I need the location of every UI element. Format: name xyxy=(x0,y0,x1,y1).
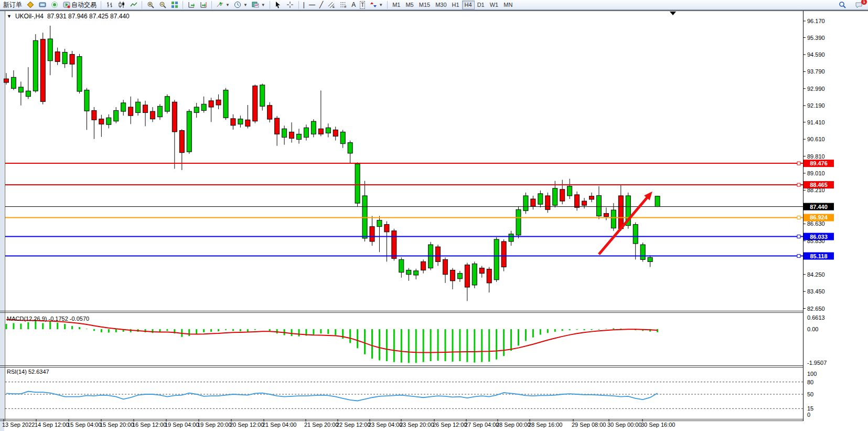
channel-button[interactable]: E xyxy=(325,1,337,9)
chart-title: ▼ UKOil-,H4 87.931 87.946 87.425 87.440 xyxy=(7,13,130,20)
macd-indicator-label: MACD(12,26,9) -0.1752 -0.0570 xyxy=(7,316,89,322)
macd-axis-label: -1.9507 xyxy=(807,360,827,366)
vertical-line-button[interactable]: | xyxy=(301,1,307,9)
timeframe-w1[interactable]: W1 xyxy=(487,1,501,9)
periods-button[interactable]: ▼ xyxy=(232,1,250,9)
toolbar-separator xyxy=(270,1,270,9)
candle xyxy=(33,40,38,91)
rsi-axis-label: 100 xyxy=(807,371,817,377)
chart-ohlc-quote: 87.931 87.946 87.425 87.440 xyxy=(47,13,130,20)
terminal-button[interactable] xyxy=(36,1,48,9)
candle xyxy=(194,107,199,113)
horizontal-line-icon: — xyxy=(309,2,315,8)
candlestick-chart-button[interactable] xyxy=(115,1,127,9)
candle xyxy=(443,259,448,274)
price-tick-label: 94.590 xyxy=(807,51,825,58)
zoom-out-button[interactable] xyxy=(156,1,168,9)
chevron-down-icon: ▼ xyxy=(243,3,248,7)
search-button[interactable] xyxy=(837,1,849,9)
horizontal-line-button[interactable]: — xyxy=(307,1,317,9)
candle xyxy=(223,90,228,118)
price-tick-label: 96.170 xyxy=(807,18,825,24)
zoom-in-button[interactable] xyxy=(144,1,156,9)
templates-button[interactable]: ▼ xyxy=(250,1,267,9)
time-axis-label: 20 Sep 12:00 xyxy=(230,422,264,428)
price-tick-label: 95.390 xyxy=(807,35,825,41)
timeframe-m5[interactable]: M5 xyxy=(403,1,416,9)
tile-windows-button[interactable] xyxy=(168,1,180,9)
timeframe-m15[interactable]: M15 xyxy=(416,1,433,9)
timeframe-mn[interactable]: MN xyxy=(501,1,515,9)
chart-shift-button[interactable] xyxy=(197,1,209,9)
toolbar-separator xyxy=(183,1,183,9)
templates-icon xyxy=(252,1,260,9)
indicators-button[interactable]: ▼ xyxy=(214,1,232,9)
bar-chart-button[interactable] xyxy=(103,1,115,9)
autotrade-button[interactable]: 自动交易 xyxy=(60,1,99,9)
candle xyxy=(531,199,535,206)
line-chart-button[interactable] xyxy=(127,1,140,9)
trendline-button[interactable]: ╱ xyxy=(317,1,325,9)
candle xyxy=(179,131,184,153)
candle xyxy=(253,86,258,121)
terminal-icon xyxy=(38,1,46,9)
candle xyxy=(501,241,506,267)
signal-button[interactable] xyxy=(48,1,60,9)
candle xyxy=(128,107,133,115)
arrows-button[interactable]: ▼ xyxy=(367,1,385,9)
toolbar: 新订单 自动交易 xyxy=(0,0,868,10)
fibonacci-button[interactable]: F xyxy=(337,1,349,9)
time-axis-label: 15 Sep 20:00 xyxy=(100,422,134,428)
autotrade-icon xyxy=(62,1,70,9)
candle xyxy=(26,91,30,97)
candle xyxy=(640,245,645,259)
timeframe-h1[interactable]: H1 xyxy=(449,1,462,9)
new-order-label: 新订单 xyxy=(3,1,22,9)
time-axis-label: 28 Sep 00:00 xyxy=(496,422,530,428)
chevron-down-icon: ▼ xyxy=(226,3,230,7)
rsi-line xyxy=(6,392,658,401)
label-button[interactable]: T xyxy=(358,1,367,9)
price-tick-label: 84.250 xyxy=(807,271,825,278)
candlestick-chart-icon xyxy=(117,1,125,9)
timeframe-m1[interactable]: M1 xyxy=(390,1,403,9)
macd-pane: 0.66130.00-1.9507 xyxy=(6,314,827,366)
zoom-in-icon xyxy=(146,1,154,9)
candle xyxy=(384,225,389,232)
time-axis[interactable]: 13 Sep 202214 Sep 12:0015 Sep 04:0015 Se… xyxy=(2,419,675,428)
candle xyxy=(545,196,550,209)
candle xyxy=(457,274,462,279)
cursor-button[interactable] xyxy=(272,1,284,9)
notifications-button[interactable]: 1 xyxy=(853,1,865,9)
candle xyxy=(297,134,302,139)
candle xyxy=(340,132,345,143)
timeframe-h4[interactable]: H4 xyxy=(462,1,475,9)
candle xyxy=(99,119,104,124)
candle xyxy=(55,52,60,62)
candle xyxy=(267,106,272,119)
rsi-indicator-label: RSI(14) 52.6347 xyxy=(7,369,49,375)
timeframe-m30[interactable]: M30 xyxy=(433,1,449,9)
candle xyxy=(70,55,74,65)
crosshair-button[interactable] xyxy=(284,1,296,9)
candle xyxy=(290,132,294,138)
auto-scroll-button[interactable] xyxy=(185,1,197,9)
profile-button[interactable] xyxy=(24,1,36,9)
chart-collapse-icon[interactable]: ▼ xyxy=(7,14,12,19)
rsi-axis-label: 0 xyxy=(807,412,810,418)
trendline-icon: ╱ xyxy=(319,2,323,8)
candle xyxy=(465,265,469,288)
candle xyxy=(326,128,330,133)
timeframe-d1[interactable]: D1 xyxy=(475,1,487,9)
price-tick-label: 90.610 xyxy=(807,136,825,142)
text-button[interactable]: A xyxy=(349,1,358,9)
candle xyxy=(282,129,287,137)
price-tick-label: 88.210 xyxy=(807,187,825,193)
chart-canvas[interactable]: 89.47688.46587.44086.92486.03385.11896.1… xyxy=(0,0,868,431)
candle xyxy=(157,106,162,117)
candle xyxy=(151,111,155,119)
chart-plot-area[interactable] xyxy=(5,11,803,311)
new-order-button[interactable]: 新订单 xyxy=(1,1,24,9)
candle xyxy=(106,118,111,124)
candle xyxy=(260,85,265,107)
